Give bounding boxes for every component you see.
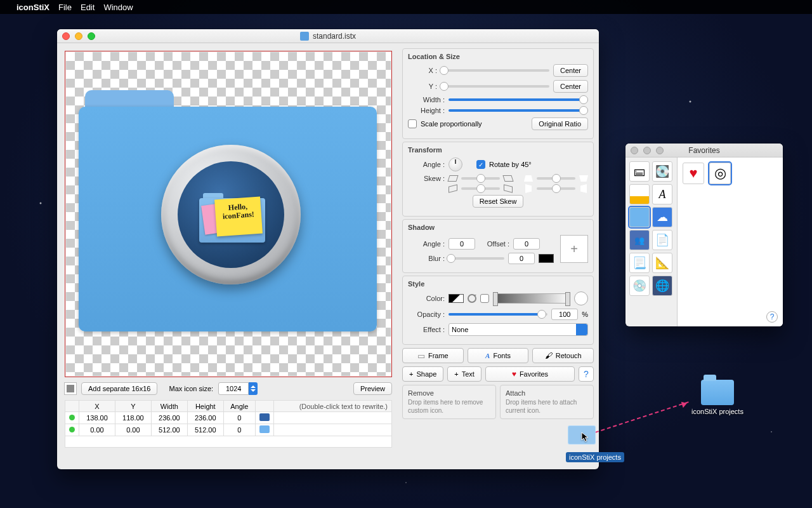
attach-dropzone[interactable]: Attach Drop items here to attach current… (500, 385, 594, 419)
window-title: standard.istx (313, 32, 356, 41)
menu-file[interactable]: File (58, 3, 72, 12)
fav-cat-external-icon[interactable] (629, 184, 650, 204)
app-menu[interactable]: iconStiX (16, 3, 49, 12)
menu-window[interactable]: Window (103, 3, 133, 12)
panel-title: Location & Size (408, 53, 588, 60)
shadow-offset-label: Offset : (479, 240, 509, 248)
rotate-45-checkbox[interactable]: ✓ (476, 160, 485, 169)
width-slider[interactable] (449, 98, 588, 101)
shadow-color-swatch[interactable] (539, 254, 554, 263)
zoom-button[interactable] (88, 32, 95, 40)
window-title: Favorites (688, 146, 719, 155)
editor-titlebar[interactable]: standard.istx (57, 29, 599, 43)
x-slider[interactable] (441, 69, 549, 72)
fonts-button[interactable]: AFonts (468, 348, 529, 363)
fav-cat-document-icon[interactable]: 📄 (652, 230, 672, 250)
document-proxy-icon[interactable] (300, 32, 309, 41)
height-label: Height : (408, 107, 445, 114)
fav-cat-folder-icon[interactable] (629, 207, 650, 227)
background-swatch[interactable] (65, 383, 76, 394)
retouch-button[interactable]: Retouch (532, 348, 594, 363)
fav-cat-app-icon[interactable]: 📐 (652, 253, 672, 273)
reset-color-icon[interactable] (468, 294, 476, 303)
shadow-angle-input[interactable] (449, 238, 475, 250)
shadow-offset-input[interactable] (513, 238, 540, 250)
y-slider[interactable] (441, 85, 549, 88)
effect-select[interactable]: None (449, 323, 588, 336)
layer-thumb-icon (259, 413, 270, 421)
angle-knob[interactable] (449, 157, 462, 171)
opacity-slider[interactable] (449, 313, 547, 316)
minimize-button[interactable] (75, 32, 82, 40)
reset-skew-button[interactable]: Reset Skew (473, 195, 524, 208)
frame-button[interactable]: Frame (402, 348, 464, 363)
shadow-preview-well[interactable]: + (560, 235, 588, 263)
zoom-button[interactable] (656, 147, 664, 154)
layers-table[interactable]: X Y Width Height Angle (Double-click tex… (65, 400, 392, 448)
preview-folder-layer[interactable]: Hello, iconFans! (79, 90, 377, 331)
opacity-label: Opacity : (408, 311, 445, 318)
col-width: Width (151, 401, 187, 412)
gradient-angle-knob[interactable] (574, 291, 588, 305)
help-button[interactable]: ? (579, 366, 594, 382)
height-slider[interactable] (449, 109, 588, 112)
skew-x-slider[interactable] (461, 177, 500, 180)
table-row[interactable]: 0.000.00 512.00512.00 0 (65, 424, 392, 436)
max-icon-size-input[interactable] (218, 382, 249, 395)
add-16x16-button[interactable]: Add separate 16x16 (81, 382, 157, 395)
minimize-button[interactable] (643, 147, 651, 154)
shadow-blur-slider[interactable] (449, 257, 504, 260)
add-shape-button[interactable]: +Shape (402, 366, 443, 382)
fav-cat-disk-icon[interactable]: 💽 (652, 161, 672, 182)
color-well[interactable] (449, 294, 464, 303)
add-text-button[interactable]: +Text (447, 366, 481, 382)
plus-icon: + (454, 370, 458, 378)
persp-x-slider[interactable] (537, 187, 575, 190)
attach-title: Attach (506, 389, 588, 397)
visibility-dot[interactable] (69, 415, 75, 420)
fav-item-ring-icon[interactable]: ◎ (709, 163, 731, 184)
angle-label: Angle : (408, 161, 445, 168)
opacity-input[interactable] (551, 309, 578, 320)
x-center-button[interactable]: Center (553, 64, 588, 77)
skew-x-left-icon (447, 175, 458, 182)
table-row[interactable]: 138.00118.00 236.00236.00 0 (65, 412, 392, 424)
ring-layer[interactable]: Hello, iconFans! (161, 145, 301, 284)
skew-y-slider[interactable] (461, 187, 500, 190)
preview-button[interactable]: Preview (353, 382, 392, 395)
favorites-titlebar[interactable]: Favorites (625, 144, 783, 157)
remove-title: Remove (408, 389, 490, 397)
fav-cat-font-icon[interactable]: A (652, 184, 672, 204)
favorites-help-button[interactable]: ? (766, 311, 778, 323)
skew-y-bot-icon (504, 184, 513, 192)
icon-canvas[interactable]: Hello, iconFans! (66, 52, 391, 376)
persp-y-slider[interactable] (537, 177, 575, 180)
scale-proportionally-checkbox[interactable] (408, 119, 417, 128)
fav-cat-cd-icon[interactable]: 💿 (629, 276, 650, 296)
fav-cat-cloud-icon[interactable]: ☁ (652, 207, 672, 227)
close-button[interactable] (631, 147, 638, 154)
col-y: Y (115, 401, 151, 412)
fav-cat-clipping-icon[interactable]: 📃 (629, 253, 650, 273)
col-height: Height (187, 401, 223, 412)
favorites-button[interactable]: ♥Favorites (485, 366, 575, 382)
visibility-dot[interactable] (69, 427, 75, 432)
shadow-blur-input[interactable] (508, 253, 535, 264)
close-button[interactable] (62, 32, 70, 40)
fav-cat-shared-icon[interactable]: 👥 (629, 230, 650, 250)
gradient-enable-checkbox[interactable] (480, 294, 489, 303)
original-ratio-button[interactable]: Original Ratio (532, 117, 588, 130)
y-center-button[interactable]: Center (553, 80, 588, 93)
plus-icon: + (409, 370, 413, 378)
desktop-folder[interactable]: iconStiX projects (691, 380, 743, 415)
heart-icon: ♥ (512, 370, 516, 378)
menu-edit[interactable]: Edit (81, 3, 95, 12)
scale-prop-label: Scale proportionally (421, 120, 528, 128)
fav-item-heart-icon[interactable]: ♥ (683, 163, 704, 184)
max-icon-size-stepper[interactable] (218, 382, 258, 395)
fav-cat-network-icon[interactable]: 🌐 (652, 276, 672, 296)
y-label: Y : (408, 83, 437, 90)
remove-dropzone[interactable]: Remove Drop items here to remove custom … (402, 385, 496, 419)
gradient-editor[interactable] (493, 293, 570, 304)
fav-cat-hdd-icon[interactable]: 🖴 (629, 161, 650, 182)
